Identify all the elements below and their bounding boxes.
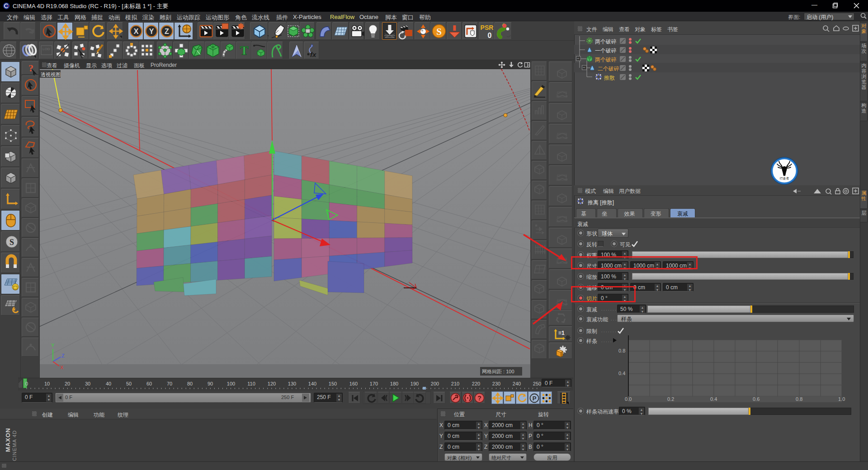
svg-text:P: P: [533, 395, 537, 402]
svg-text:Y: Y: [51, 343, 55, 348]
svg-text:T: T: [240, 43, 249, 57]
svg-text:?: ?: [28, 62, 33, 74]
svg-text:S: S: [436, 26, 442, 37]
svg-text:30: 30: [85, 381, 90, 386]
svg-text:S: S: [9, 238, 14, 247]
svg-text:210: 210: [451, 381, 459, 386]
svg-text:70: 70: [167, 381, 172, 386]
svg-text:60: 60: [146, 381, 152, 386]
svg-text:LOD: LOD: [42, 47, 50, 51]
svg-text:?: ?: [477, 395, 481, 402]
svg-text:170: 170: [370, 381, 378, 386]
svg-text:220: 220: [472, 381, 480, 386]
svg-text:0: 0: [25, 381, 28, 386]
svg-text:0: 0: [488, 32, 492, 39]
svg-text:120: 120: [268, 381, 276, 386]
svg-text:100: 100: [227, 381, 235, 386]
svg-text:190: 190: [410, 381, 419, 386]
svg-text:行走者: 行走者: [780, 177, 789, 180]
svg-text:180: 180: [390, 381, 398, 386]
svg-text:110: 110: [247, 381, 255, 386]
svg-text:150: 150: [329, 381, 337, 386]
svg-text:200: 200: [431, 381, 439, 386]
svg-text:fx: fx: [310, 51, 316, 58]
svg-text:X: X: [60, 365, 64, 370]
svg-text:Y: Y: [149, 28, 154, 35]
svg-text:Z: Z: [165, 28, 169, 35]
svg-text:90: 90: [208, 381, 213, 386]
svg-text:140: 140: [308, 381, 316, 386]
svg-text:X: X: [134, 28, 139, 35]
svg-text:20: 20: [65, 381, 70, 386]
svg-text:250: 250: [533, 381, 541, 386]
svg-text:=1: =1: [558, 330, 565, 336]
svg-text:130: 130: [288, 381, 296, 386]
svg-text:240: 240: [513, 381, 521, 386]
svg-text:PSR: PSR: [481, 24, 494, 31]
svg-text:50: 50: [126, 381, 132, 386]
svg-text:230: 230: [492, 381, 500, 386]
svg-text:80: 80: [187, 381, 193, 386]
svg-text:10: 10: [44, 381, 50, 386]
svg-text:160: 160: [349, 381, 358, 386]
svg-text:40: 40: [106, 381, 111, 386]
svg-text:Z: Z: [61, 353, 65, 358]
svg-text:c: c: [404, 34, 406, 38]
